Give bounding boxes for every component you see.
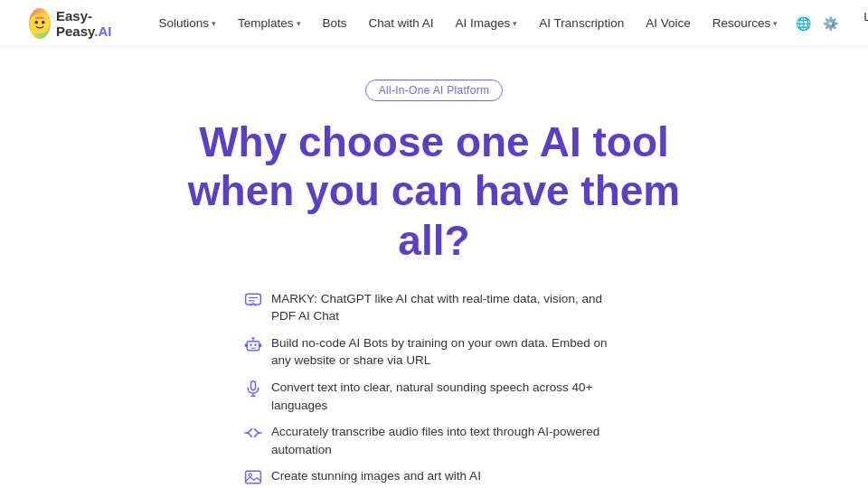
globe-icon[interactable]: 🌐 xyxy=(794,11,813,36)
settings-icon[interactable]: ⚙️ xyxy=(820,11,839,36)
svg-point-1 xyxy=(34,20,38,23)
chevron-down-icon: ▾ xyxy=(297,19,301,28)
svg-rect-18 xyxy=(246,472,261,483)
svg-point-2 xyxy=(42,20,45,23)
svg-rect-3 xyxy=(35,16,44,18)
logo-text: Easy-Peasy.AI xyxy=(56,8,120,39)
nav-links: Solutions ▾ Templates ▾ Bots Chat with A… xyxy=(149,11,787,35)
chevron-down-icon: ▾ xyxy=(513,19,517,28)
nav-ai-images[interactable]: AI Images ▾ xyxy=(447,11,527,35)
image-icon xyxy=(244,468,262,486)
svg-rect-14 xyxy=(259,343,262,347)
hero-title: Why choose one AI tool when you can have… xyxy=(188,117,680,265)
logo[interactable]: Easy-Peasy.AI xyxy=(29,8,120,39)
chevron-down-icon: ▾ xyxy=(773,19,778,28)
nav-templates[interactable]: Templates ▾ xyxy=(229,11,310,35)
transcribe-icon xyxy=(244,424,262,442)
nav-voice[interactable]: AI Voice xyxy=(637,11,700,35)
features-list: MARKY: ChatGPT like AI chat with real-ti… xyxy=(244,290,624,488)
nav-transcription[interactable]: AI Transcription xyxy=(530,11,633,35)
svg-rect-15 xyxy=(251,381,256,390)
hero-badge: All-In-One AI Platform xyxy=(365,80,504,101)
nav-bots[interactable]: Bots xyxy=(314,11,356,35)
chat-icon xyxy=(244,291,262,309)
login-button[interactable]: Log in xyxy=(847,5,868,42)
feature-images: Create stunning images and art with AI xyxy=(244,467,624,486)
feature-marky: MARKY: ChatGPT like AI chat with real-ti… xyxy=(244,290,624,325)
feature-bots: Build no-code AI Bots by training on you… xyxy=(244,334,624,370)
logo-icon xyxy=(29,8,51,39)
mic-icon xyxy=(244,380,262,398)
chevron-down-icon: ▾ xyxy=(212,19,216,28)
svg-point-12 xyxy=(252,337,255,340)
hero-section: All-In-One AI Platform Why choose one AI… xyxy=(0,47,868,488)
svg-point-0 xyxy=(30,14,50,33)
feature-voice: Convert text into clear, natural soundin… xyxy=(244,379,624,414)
svg-rect-7 xyxy=(247,342,259,351)
nav-solutions[interactable]: Solutions ▾ xyxy=(149,11,225,35)
svg-point-8 xyxy=(250,344,252,347)
feature-transcription: Accurately transcribe audio files into t… xyxy=(244,423,624,458)
navbar: Easy-Peasy.AI Solutions ▾ Templates ▾ Bo… xyxy=(0,0,868,47)
nav-chat[interactable]: Chat with AI xyxy=(360,11,443,35)
nav-resources[interactable]: Resources ▾ xyxy=(703,11,788,35)
nav-actions: 🌐 ⚙️ Log in Sign up xyxy=(794,4,868,43)
svg-point-9 xyxy=(254,344,257,347)
svg-rect-13 xyxy=(245,343,248,347)
svg-point-19 xyxy=(249,474,251,476)
bot-icon xyxy=(244,335,262,353)
